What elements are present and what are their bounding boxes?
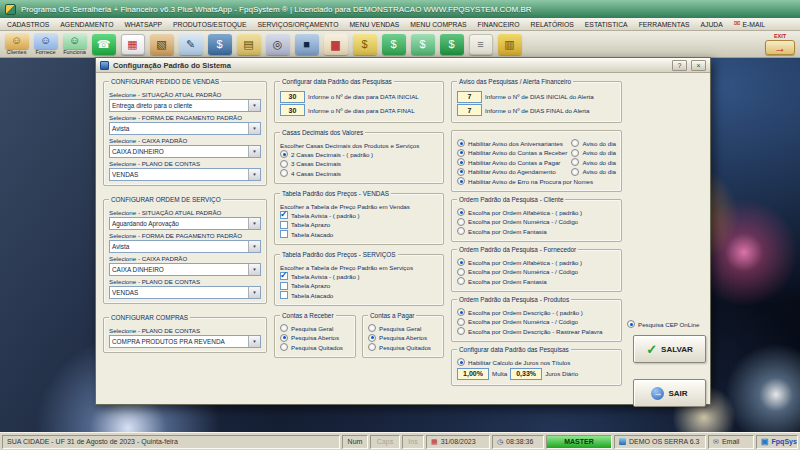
radio-aviso-dia-aniversariantes[interactable] [571, 139, 579, 147]
sair-button[interactable]: → SAIR [633, 379, 706, 407]
dias-data-final-input[interactable]: 30 [280, 104, 305, 116]
menu-ajuda[interactable]: AJUDA [700, 21, 722, 28]
radio-aviso-agendamento[interactable] [457, 168, 465, 176]
chevron-down-icon[interactable]: ▼ [248, 264, 260, 275]
menu-estatistica[interactable]: ESTATISTICA [585, 21, 628, 28]
toolbar-button-vendas[interactable]: $ [206, 34, 233, 55]
toolbar-button-financeiro-2[interactable]: $ [409, 34, 436, 55]
plano-contas-select[interactable]: VENDAS ▼ [109, 168, 261, 181]
chevron-down-icon[interactable]: ▼ [248, 218, 260, 229]
toolbar-button-graficos[interactable]: ▆ [322, 34, 349, 55]
toolbar-button-funcionarios[interactable]: ☺ Funciona [61, 33, 88, 56]
menu-menu-compras[interactable]: MENU COMPRAS [410, 21, 466, 28]
caixa-padrao-select[interactable]: CAIXA DINHEIRO ▼ [109, 145, 261, 158]
forma-pagamento-select[interactable]: Avista ▼ [109, 240, 261, 253]
caixa-padrao-select[interactable]: CAIXA DINHEIRO ▼ [109, 263, 261, 276]
toolbar-button-servicos[interactable]: ✎ [177, 34, 204, 55]
checkbox-tabela-atacado-vendas[interactable] [280, 230, 288, 238]
dialog-help-button[interactable]: ? [672, 60, 687, 71]
dialog-close-button[interactable]: × [691, 60, 706, 71]
radio-4-casas-decimais[interactable] [280, 169, 288, 177]
app-icon [5, 4, 16, 15]
menu-financeiro[interactable]: FINANCEIRO [478, 21, 520, 28]
toolbar-button-financeiro-3[interactable]: $ [438, 34, 465, 55]
toolbar-button-clientes[interactable]: ☺ Clientes [3, 33, 30, 56]
situacao-atual-select[interactable]: Entrega direto para o cliente ▼ [109, 99, 261, 112]
radio-receber-abertos[interactable] [280, 334, 288, 342]
menu-agendamento[interactable]: AGENDAMENTO [60, 21, 113, 28]
radio-2-casas-decimais[interactable] [280, 150, 288, 158]
menu-ferramentas[interactable]: FERRAMENTAS [639, 21, 690, 28]
radio-fornecedor-alfabetica[interactable] [457, 258, 465, 266]
radio-aviso-dia-agendamento[interactable] [571, 168, 579, 176]
radio-fornecedor-fantasia[interactable] [457, 277, 465, 285]
radio-aviso-dia-receber[interactable] [571, 149, 579, 157]
radio-produtos-descricao[interactable] [457, 308, 465, 316]
checkbox-tabela-aprazo-vendas[interactable] [280, 221, 288, 229]
radio-cliente-fantasia[interactable] [457, 227, 465, 235]
menu-menu-vendas[interactable]: MENU VENDAS [349, 21, 399, 28]
radio-fornecedor-numerica[interactable] [457, 268, 465, 276]
forma-pagamento-select[interactable]: Avista ▼ [109, 122, 261, 135]
chevron-down-icon[interactable]: ▼ [248, 146, 260, 157]
status-email[interactable]: ✉ Email [708, 435, 754, 449]
toolbar-button-livro-caixa[interactable]: ▥ [496, 34, 523, 55]
toolbar-button-fornecedores[interactable]: ☺ Fornece [32, 33, 59, 56]
dollar-icon: $ [382, 34, 406, 55]
toolbar-button-financeiro-1[interactable]: $ [380, 34, 407, 55]
juros-diario-input[interactable]: 0,33% [510, 368, 542, 380]
toolbar-button-agenda[interactable]: ▦ [119, 34, 146, 55]
radio-produtos-numerica[interactable] [457, 318, 465, 326]
plano-contas-select[interactable]: VENDAS ▼ [109, 286, 261, 299]
toolbar-button-whatsapp[interactable]: ☎ [90, 34, 117, 55]
chevron-down-icon[interactable]: ▼ [248, 241, 260, 252]
situacao-atual-select[interactable]: Aguardando Aprovação ▼ [109, 217, 261, 230]
radio-pagar-abertos[interactable] [368, 334, 376, 342]
checkbox-tabela-aprazo-servicos[interactable] [280, 282, 288, 290]
toolbar-button-sair-sistema[interactable]: → EXIT [763, 33, 797, 55]
radio-3-casas-decimais[interactable] [280, 160, 288, 168]
chevron-down-icon[interactable]: ▼ [248, 100, 260, 111]
toolbar-button-computador[interactable]: ■ [293, 34, 320, 55]
radio-aviso-erro-procura[interactable] [457, 177, 465, 185]
radio-cliente-numerica[interactable] [457, 218, 465, 226]
radio-receber-geral[interactable] [280, 324, 288, 332]
checkbox-tabela-avista-vendas[interactable] [280, 211, 288, 219]
chevron-down-icon[interactable]: ▼ [248, 336, 260, 347]
toolbar-button-recibo[interactable]: ≡ [467, 34, 494, 55]
radio-pagar-quitados[interactable] [368, 343, 376, 351]
radio-habilitar-juros[interactable] [457, 358, 465, 366]
radio-aviso-contas-receber[interactable] [457, 149, 465, 157]
menu-relatorios[interactable]: RELATÓRIOS [531, 21, 574, 28]
salvar-button[interactable]: ✓ SALVAR [633, 335, 706, 363]
dias-alerta-final-input[interactable]: 7 [457, 104, 482, 116]
dias-alerta-inicial-input[interactable]: 7 [457, 91, 482, 103]
menu-whatsapp[interactable]: WHATSAPP [124, 21, 162, 28]
plano-contas-compras-select[interactable]: COMPRA PRODUTOS PRA REVENDA ▼ [109, 335, 261, 348]
radio-pesquisa-cep-online[interactable] [627, 320, 635, 328]
menu-produtos-estoque[interactable]: PRODUTOS/ESTOQUE [173, 21, 246, 28]
radio-aviso-dia-pagar[interactable] [571, 158, 579, 166]
dias-data-inicial-input[interactable]: 30 [280, 91, 305, 103]
radio-aviso-contas-pagar[interactable] [457, 158, 465, 166]
menu-servicos-orcamento[interactable]: SERVIÇOS/ORÇAMENTO [257, 21, 338, 28]
toolbar-button-produtos[interactable]: ▧ [148, 34, 175, 55]
multa-input[interactable]: 1,00% [457, 368, 489, 380]
chevron-down-icon[interactable]: ▼ [248, 287, 260, 298]
menu-email[interactable]: ✉ E-MAIL [734, 21, 765, 28]
funcionarios-icon: ☺ [63, 33, 87, 49]
checkbox-tabela-avista-servicos[interactable] [280, 272, 288, 280]
checkbox-tabela-atacado-servicos[interactable] [280, 291, 288, 299]
toolbar-button-compras[interactable]: ▤ [235, 34, 262, 55]
toolbar-button-dinheiro[interactable]: $ [351, 34, 378, 55]
radio-aviso-aniversariantes[interactable] [457, 139, 465, 147]
radio-pagar-geral[interactable] [368, 324, 376, 332]
toolbar-button-caixa[interactable]: ◎ [264, 34, 291, 55]
chevron-down-icon[interactable]: ▼ [248, 169, 260, 180]
radio-produtos-rastrear[interactable] [457, 327, 465, 335]
radio-receber-quitados[interactable] [280, 343, 288, 351]
chevron-down-icon[interactable]: ▼ [248, 123, 260, 134]
group-title: CONFIGURAR ORDEM DE SERVIÇO [109, 195, 223, 204]
menu-cadastros[interactable]: CADASTROS [7, 21, 49, 28]
radio-cliente-alfabetica[interactable] [457, 208, 465, 216]
